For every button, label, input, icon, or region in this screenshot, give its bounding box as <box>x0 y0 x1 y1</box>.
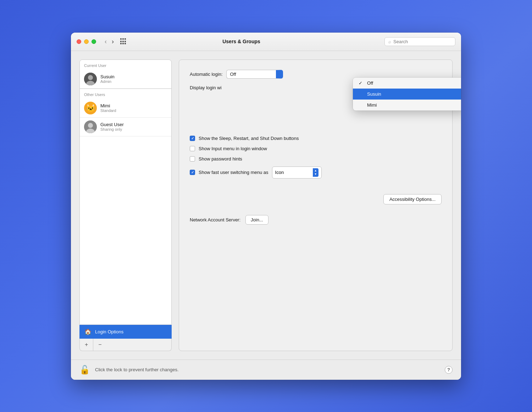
user-item-mimi[interactable]: 🐱 Mimi Standard <box>80 99 171 118</box>
dropdown-option-susuin: Susuin <box>367 91 381 97</box>
stepper-down-icon: ▼ <box>314 173 317 176</box>
checkbox-sleep[interactable] <box>190 136 195 141</box>
user-info-susuin: Susuin Admin <box>100 74 115 84</box>
dropdown-option-mimi: Mimi <box>367 102 377 108</box>
login-options-icon: 🏠 <box>84 328 92 335</box>
user-info-guest: Guest User Sharing only <box>100 122 124 131</box>
display-login-label: Display login wi <box>190 85 222 90</box>
checkbox-row-password-hints: Show password hints <box>190 156 442 162</box>
user-item-guest[interactable]: Guest User Sharing only <box>80 118 171 136</box>
dropdown-popup: ✓ Off Susuin Mimi <box>353 78 461 111</box>
sidebar: Current User Susuin Admin <box>79 60 172 351</box>
users-list: Current User Susuin Admin <box>79 60 172 325</box>
titlebar: ‹ › Users & Groups ⌕ <box>71 33 461 51</box>
maximize-button[interactable] <box>92 39 96 44</box>
search-icon: ⌕ <box>388 39 391 44</box>
dropdown-option-off: Off <box>367 80 373 86</box>
bottom-toolbar: + − <box>79 339 172 351</box>
checkbox-input-menu[interactable] <box>190 146 195 151</box>
checkbox-label-fast-user: Show fast user switching menu as <box>199 170 268 175</box>
main-window: ‹ › Users & Groups ⌕ Current User <box>71 33 461 380</box>
add-user-button[interactable]: + <box>80 339 93 351</box>
user-name-susuin: Susuin <box>100 74 115 79</box>
main-panel: Automatic login: Off Display login wi ✓ … <box>179 60 453 351</box>
avatar-mimi: 🐱 <box>84 102 97 114</box>
remove-user-button[interactable]: − <box>93 339 106 351</box>
user-role-mimi: Standard <box>100 108 116 113</box>
dropdown-item-mimi[interactable]: Mimi <box>353 100 461 111</box>
search-box[interactable]: ⌕ <box>384 37 455 46</box>
user-item-susuin[interactable]: Susuin Admin <box>80 70 171 89</box>
close-button[interactable] <box>77 39 81 44</box>
stepper-arrows[interactable]: ▲ ▼ <box>313 168 318 177</box>
dropdown-item-susuin[interactable]: Susuin <box>353 89 461 100</box>
lock-icon[interactable]: 🔓 <box>79 365 90 375</box>
avatar-guest <box>84 120 97 133</box>
svg-point-4 <box>88 123 93 128</box>
user-name-guest: Guest User <box>100 122 124 127</box>
accessibility-options-button[interactable]: Accessibility Options... <box>383 194 442 204</box>
switcher-select[interactable]: Icon ▲ ▼ <box>272 167 322 179</box>
current-user-label: Current User <box>80 60 171 70</box>
checkbox-label-sleep: Show the Sleep, Restart, and Shut Down b… <box>199 136 299 141</box>
checkbox-label-password-hints: Show password hints <box>199 156 242 162</box>
user-name-mimi: Mimi <box>100 103 116 108</box>
avatar-susuin <box>84 73 97 85</box>
user-role-susuin: Admin <box>100 79 115 84</box>
join-button[interactable]: Join... <box>245 215 268 225</box>
automatic-login-dropdown[interactable]: Off <box>226 70 283 79</box>
user-role-guest: Sharing only <box>100 127 124 131</box>
network-account-section: Network Account Server: Join... <box>190 215 442 225</box>
content-area: Current User Susuin Admin <box>71 51 461 360</box>
lock-text: Click the lock to prevent further change… <box>95 367 179 372</box>
help-button[interactable]: ? <box>445 366 453 374</box>
checkbox-label-input-menu: Show Input menu in login window <box>199 146 267 151</box>
minimize-button[interactable] <box>84 39 89 44</box>
automatic-login-row: Automatic login: Off <box>190 70 442 79</box>
dropdown-value: Off <box>230 72 236 77</box>
network-account-label: Network Account Server: <box>190 217 240 222</box>
user-info-mimi: Mimi Standard <box>100 103 116 113</box>
window-title: Users & Groups <box>98 39 384 44</box>
checkbox-row-input-menu: Show Input menu in login window <box>190 146 442 151</box>
login-options-button[interactable]: 🏠 Login Options <box>79 325 172 339</box>
automatic-login-label: Automatic login: <box>190 72 223 77</box>
bottom-bar: 🔓 Click the lock to prevent further chan… <box>71 360 461 380</box>
switcher-select-value: Icon <box>275 170 284 175</box>
checkbox-row-fast-user: Show fast user switching menu as Icon ▲ … <box>190 167 442 179</box>
window-controls <box>77 39 96 44</box>
dropdown-item-off[interactable]: ✓ Off <box>353 78 461 89</box>
stepper-up-icon: ▲ <box>314 169 317 173</box>
other-users-label: Other Users <box>80 89 171 99</box>
checkbox-password-hints[interactable] <box>190 156 195 162</box>
checkmark-off: ✓ <box>359 80 364 86</box>
login-options-label: Login Options <box>95 329 123 334</box>
checkbox-row-sleep: Show the Sleep, Restart, and Shut Down b… <box>190 136 442 141</box>
search-input[interactable] <box>393 39 451 44</box>
svg-point-1 <box>88 75 93 80</box>
checkbox-fast-user[interactable] <box>190 170 195 175</box>
